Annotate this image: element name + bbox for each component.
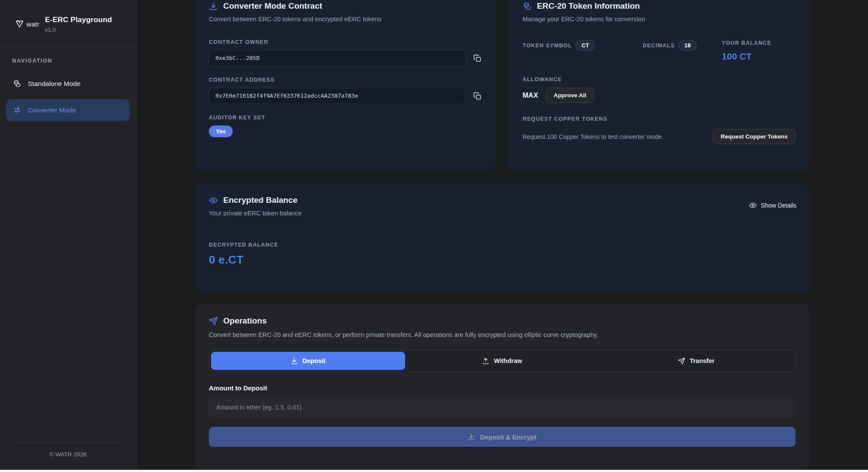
contract-owner-value[interactable]: 0xe3bC...285D [209,50,466,66]
converter-mode-contract-card: Converter Mode Contract Convert between … [195,0,496,170]
watr-logo-icon [15,19,24,29]
card-title: Converter Mode Contract [223,1,322,11]
contract-address-value[interactable]: 0x7E0e710182f4f9A7Ef6337612adccAA2387a78… [209,88,466,104]
send-icon [209,317,218,326]
decimals-label: DECIMALS [643,43,675,49]
sidebar-item-label: Converter Mode [28,106,76,114]
operations-card: Operations Convert between ERC-20 and eE… [195,304,809,470]
sidebar-footer: © WATR 2026 [0,442,136,470]
sidebar-item-label: Standalone Mode [28,80,81,88]
download-icon [468,433,475,441]
contract-owner-label: CONTRACT OWNER [209,39,482,45]
your-balance-value: 100 CT [722,51,795,62]
deposit-and-encrypt-button[interactable]: Deposit & Encrypt [209,427,795,447]
tab-label: Deposit [302,357,325,364]
erc20-token-info-card: ERC-20 Token Information Manage your ERC… [509,0,810,170]
request-copper-tokens-text: Request 100 Copper Tokens to test conver… [523,133,663,140]
card-title: Encrypted Balance [223,195,297,205]
auditor-key-badge: Yes [209,125,233,137]
token-symbol-label: TOKEN SYMBOL [523,43,572,49]
app-version: v1.0 [45,26,112,33]
navigation: NAVIGATION Standalone Mode Converter Mod… [0,46,136,125]
decrypted-balance-label: DECRYPTED BALANCE [209,242,795,248]
copy-icon [473,54,482,63]
download-icon [209,2,218,11]
show-details-button[interactable]: Show Details [749,201,796,209]
tab-withdraw[interactable]: Withdraw [405,352,599,370]
amount-to-deposit-label: Amount to Deposit [209,384,795,392]
sidebar: watr E-ERC Playground v1.0 NAVIGATION St… [0,0,136,470]
watr-logo: watr [15,19,40,29]
viewport-bottom-strip [0,470,868,472]
upload-icon [482,357,489,365]
card-subtitle: Your private eERC token balance [209,210,795,217]
top-card-row: Converter Mode Contract Convert between … [195,0,809,170]
card-subtitle: Manage your ERC-20 tokens for conversion [523,16,796,23]
send-icon [678,357,685,365]
decimals-badge: 18 [678,40,696,51]
operations-tab-bar: Deposit Withdraw Transfer [209,350,795,372]
download-icon [290,357,298,365]
copy-owner-button[interactable] [473,54,482,63]
tab-transfer[interactable]: Transfer [599,352,793,370]
tab-label: Transfer [690,357,714,364]
main-content: Converter Mode Contract Convert between … [136,0,868,470]
approve-all-button[interactable]: Approve All [546,88,594,103]
allowance-label: ALLOWANCE [523,76,796,83]
coins-icon [523,2,532,11]
copyright-text: © WATR 2026 [0,442,136,470]
auditor-key-label: AUDITOR KEY SET [209,115,482,121]
nav-heading: NAVIGATION [6,58,130,64]
eye-icon [749,201,757,209]
show-details-label: Show Details [761,202,796,209]
tab-label: Withdraw [494,357,522,364]
eye-icon [209,196,218,205]
token-symbol-badge: CT [575,40,595,51]
card-title: ERC-20 Token Information [537,1,640,11]
decrypted-balance-value: 0 e.CT [209,253,795,267]
amount-input[interactable] [209,397,795,417]
request-copper-tokens-label: REQUEST COPPER TOKENS [523,116,796,122]
tab-deposit[interactable]: Deposit [211,352,405,370]
logo-block: watr E-ERC Playground v1.0 [0,0,136,46]
copy-address-button[interactable] [473,92,482,101]
allowance-value: MAX [523,92,538,99]
sidebar-item-converter-mode[interactable]: Converter Mode [6,99,130,121]
contract-address-label: CONTRACT ADDRESS [209,77,482,83]
coins-icon [13,79,21,88]
operations-description: Convert between ERC-20 and eERC tokens, … [209,331,795,338]
submit-label: Deposit & Encrypt [480,433,536,441]
copy-icon [473,92,482,101]
logo-word: watr [26,20,40,28]
encrypted-balance-card: Encrypted Balance Your private eERC toke… [195,183,809,292]
app-title: E-ERC Playground [45,16,112,24]
swap-icon [13,106,21,114]
card-title: Operations [223,316,267,326]
card-subtitle: Convert between ERC-20 tokens and encryp… [209,16,482,23]
request-copper-tokens-button[interactable]: Request Copper Tokens [713,129,795,144]
sidebar-item-standalone-mode[interactable]: Standalone Mode [6,73,130,95]
your-balance-label: YOUR BALANCE [722,40,795,46]
